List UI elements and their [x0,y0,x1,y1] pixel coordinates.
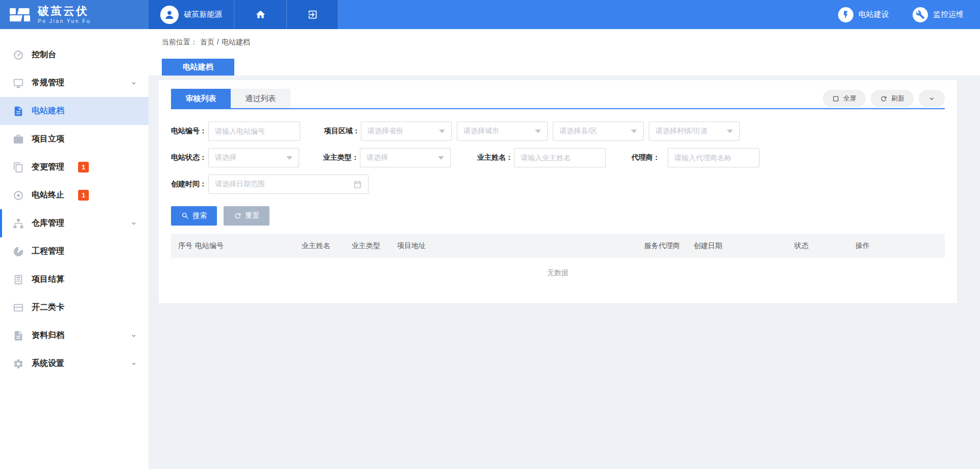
fullscreen-icon [832,95,840,103]
table-column-header: 电站编号 [195,241,302,251]
user-menu[interactable]: 破茧新能源 [149,0,234,29]
region-select-2[interactable]: 请选择县/区 [553,121,644,141]
table-header: 序号电站编号业主姓名业主类型项目地址服务代理商创建日期状态操作 [171,234,945,258]
table-column-header: 创建日期 [694,241,794,251]
fullscreen-button[interactable]: 全屏 [823,90,866,107]
logout-icon [307,9,318,20]
owner-type-label: 业主类型： [323,153,360,162]
region-select-1[interactable]: 请选择城市 [457,121,548,141]
search-button[interactable]: 搜索 [171,206,217,226]
owner-type-select[interactable]: 请选择 [360,148,451,167]
breadcrumb: 当前位置： 首页 / 电站建档 [149,29,980,47]
select-caret-icon [535,130,541,133]
collapse-button[interactable] [919,90,945,107]
file-icon [13,106,24,117]
lightning-icon [838,7,853,22]
refresh-icon [880,95,888,103]
topbar-right-links: 电站建设 监控运维 [338,0,980,29]
filter-form: 电站编号： 项目区域： 请选择省份 请选择城市 请选择县/区 请选择村镇/街道 [171,121,945,226]
breadcrumb-separator: / [217,38,219,47]
breadcrumb-home[interactable]: 首页 [200,38,214,47]
table-column-header: 业主姓名 [302,241,352,251]
logout-button[interactable] [287,0,338,29]
search-button-label: 搜索 [193,211,207,220]
table-column-header: 状态 [794,241,855,251]
chevron-down-icon [130,332,137,339]
user-avatar-icon [160,6,179,24]
region-select-3[interactable]: 请选择村镇/街道 [649,121,740,141]
home-button[interactable] [234,0,287,29]
reset-button[interactable]: 重置 [224,206,270,226]
sidebar-item-station-termination[interactable]: 电站终止 1 [0,181,149,209]
top-link-monitoring-ops[interactable]: 监控运维 [913,7,964,22]
topbar-dark-section: 破茧新能源 [149,0,338,29]
station-no-input[interactable] [208,121,300,141]
brand-logo: 破茧云伏 Po Jian Yun Fu [0,0,149,29]
sidebar-item-data-archive[interactable]: 资料归档 [0,322,149,350]
region-select-0[interactable]: 请选择省份 [361,121,452,141]
region-select-placeholder: 请选择县/区 [559,127,597,136]
sidebar-item-system-settings[interactable]: 系统设置 [0,350,149,378]
top-link-station-construction[interactable]: 电站建设 [838,7,889,22]
breadcrumb-current: 电站建档 [222,38,250,47]
sidebar-item-general-management[interactable]: 常规管理 [0,69,149,97]
sidebar-item-second-type-card[interactable]: 开二类卡 [0,293,149,322]
notification-badge: 1 [78,190,89,201]
sitemap-icon [13,218,24,229]
refresh-label: 刷新 [891,94,904,103]
sidebar-item-label: 开二类卡 [32,302,64,313]
page-tab-station-archive[interactable]: 电站建档 [162,59,234,76]
create-time-range-picker[interactable]: 请选择日期范围 [208,175,369,194]
monitor-icon [13,78,24,89]
owner-name-input[interactable] [514,148,606,167]
archive-icon [13,330,24,341]
refresh-button[interactable]: 刷新 [871,90,914,107]
sidebar-item-label: 系统设置 [32,358,64,369]
brand-mark-icon [8,5,32,25]
sidebar-item-label: 资料归档 [32,330,64,341]
top-link-label: 监控运维 [933,10,964,19]
brand-subtitle: Po Jian Yun Fu [38,18,91,24]
tab-underline [171,108,945,109]
sidebar-item-label: 仓库管理 [32,218,64,229]
table-column-header: 操作 [855,241,945,251]
panel-toolbar: 全屏 刷新 [823,90,945,107]
card-icon [13,302,24,313]
station-status-select[interactable]: 请选择 [208,148,299,167]
home-icon [255,9,266,20]
sidebar-item-label: 电站建档 [32,106,64,116]
select-caret-icon [631,130,637,133]
sidebar-nav: 控制台 常规管理 电站建档 项目立项 变更管理 1 电站终止 1 仓库管理 [0,29,149,469]
calculator-icon [13,274,24,285]
sidebar-item-warehouse-management[interactable]: 仓库管理 [0,209,149,237]
agent-input[interactable] [668,148,760,167]
select-caret-icon [438,156,444,160]
record-icon [13,190,24,201]
agent-label: 代理商： [631,153,668,162]
sidebar-item-change-management[interactable]: 变更管理 1 [0,153,149,181]
sidebar-item-engineering-management[interactable]: 工程管理 [0,237,149,265]
fullscreen-label: 全屏 [843,94,856,103]
sidebar-item-console[interactable]: 控制台 [0,41,149,69]
table-column-header: 序号 [178,241,195,251]
create-time-placeholder: 请选择日期范围 [215,180,265,189]
sidebar-item-project-settlement[interactable]: 项目结算 [0,265,149,293]
region-select-group: 请选择省份 请选择城市 请选择县/区 请选择村镇/街道 [361,121,740,141]
table-column-header: 服务代理商 [644,241,694,251]
tab-review-list[interactable]: 审核列表 [171,89,231,108]
wrench-icon [913,7,928,22]
sidebar-item-station-archive[interactable]: 电站建档 [0,97,149,125]
station-no-label: 电站编号： [171,127,208,136]
top-bar: 破茧云伏 Po Jian Yun Fu 破茧新能源 电站建设 监控运维 [0,0,980,29]
sidebar-item-label: 工程管理 [32,246,64,257]
tab-passed-list[interactable]: 通过列表 [231,89,290,108]
sidebar-item-project-initiation[interactable]: 项目立项 [0,125,149,153]
table-column-header: 业主类型 [352,241,397,251]
brand-name: 破茧云伏 [38,5,91,17]
page-header: 当前位置： 首页 / 电站建档 电站建档 [149,29,980,76]
station-status-label: 电站状态： [171,153,208,162]
sidebar-item-label: 变更管理 [32,162,64,172]
reset-icon [234,212,242,220]
dashboard-icon [13,50,24,61]
breadcrumb-prefix: 当前位置： [162,38,198,47]
